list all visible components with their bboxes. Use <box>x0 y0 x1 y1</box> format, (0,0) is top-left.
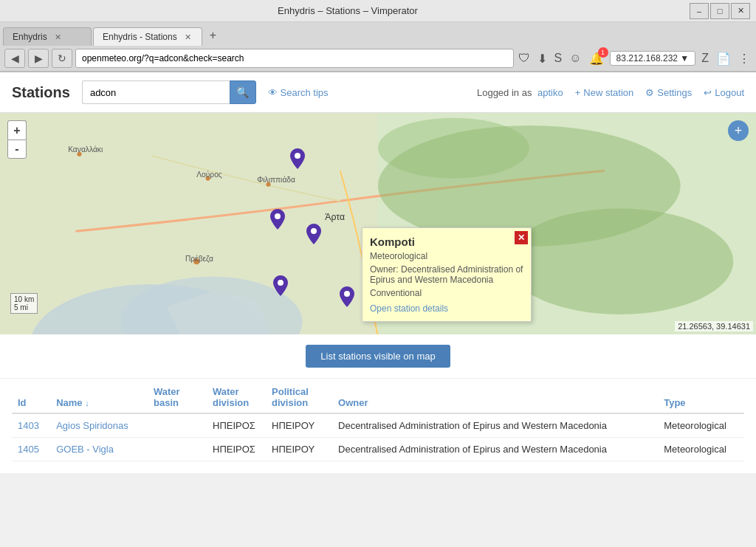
search-tips-label: Search tips <box>281 87 329 98</box>
search-tips-link[interactable]: 👁 Search tips <box>268 87 329 98</box>
cell-name[interactable]: GOEB - Vigla <box>50 438 148 461</box>
settings-icon: ⚙ <box>645 87 654 98</box>
list-btn-container: List stations visible on map <box>0 334 756 379</box>
search-box: 🔍 <box>82 80 256 104</box>
col-owner[interactable]: Owner <box>332 379 658 413</box>
tab-stations[interactable]: Enhydris - Stations ✕ <box>93 27 202 46</box>
cell-id[interactable]: 1403 <box>12 413 50 438</box>
cell-political-division: ΗΠΕΙΡΟΥ <box>266 438 332 461</box>
logged-in-text: Logged in as aptiko <box>477 87 563 98</box>
tab-label: Enhydris <box>13 32 47 42</box>
svg-rect-4 <box>0 113 378 334</box>
table-header: Id Name ↓ Waterbasin Waterdivision Polit… <box>12 379 744 413</box>
popup-owner: Owner: Decentralised Administration of E… <box>370 264 523 285</box>
svg-text:Φιλιππιάδα: Φιλιππιάδα <box>257 176 295 184</box>
window-controls: – □ ✕ <box>690 3 750 19</box>
cell-water-basin <box>148 413 207 438</box>
ip-address: 83.212.168.232 <box>616 53 678 63</box>
svg-text:Πρέβεζα: Πρέβεζα <box>185 255 213 264</box>
logout-label: Logout <box>715 87 744 98</box>
cell-name[interactable]: Agios Spiridonas <box>50 413 148 438</box>
settings-label: Settings <box>657 87 692 98</box>
ip-display[interactable]: 83.212.168.232 ▼ <box>610 51 696 66</box>
nav-bar: ◀ ▶ ↻ 🛡 ⬇ S ☺ 🔔1 83.212.168.232 ▼ Z 📄 ⋮ <box>0 46 756 72</box>
popup-close-button[interactable]: ✕ <box>515 231 528 244</box>
zoom-in-button[interactable]: + <box>7 120 27 140</box>
search-input[interactable] <box>82 80 230 104</box>
cell-owner: Decentralised Administration of Epirus a… <box>332 413 658 438</box>
cell-water-basin <box>148 438 207 461</box>
title-bar: Enhydris – Stations – Vimperator – □ ✕ <box>0 0 756 22</box>
zoom-out-button[interactable]: - <box>7 140 27 159</box>
stations-table: Id Name ↓ Waterbasin Waterdivision Polit… <box>12 379 744 461</box>
settings-button[interactable]: ⚙ Settings <box>645 87 692 98</box>
popup-conventional: Conventional <box>370 288 523 298</box>
sync-icon[interactable]: S <box>553 50 564 66</box>
logout-button[interactable]: ↩ Logout <box>704 87 744 98</box>
map-container[interactable]: Καναλλάκι Λούρος Φιλιππιάδα Άρτα Πρέβεζα… <box>0 113 756 334</box>
logout-icon: ↩ <box>704 87 712 98</box>
nav-icons: 🛡 ⬇ S ☺ 🔔1 83.212.168.232 ▼ Z 📄 ⋮ <box>517 50 752 67</box>
scale-bar: 10 km 5 mi <box>10 293 38 314</box>
svg-text:Καναλλάκι: Καναλλάκι <box>68 145 103 154</box>
app-toolbar: Stations 🔍 👁 Search tips Logged in as ap… <box>0 72 756 113</box>
popup-open-details-link[interactable]: Open station details <box>370 303 448 314</box>
tab-label-active: Enhydris - Stations <box>103 32 177 42</box>
notification-icon[interactable]: 🔔1 <box>588 50 605 67</box>
map-coordinates: 21.26563, 39.14631 <box>675 321 753 331</box>
close-button[interactable]: ✕ <box>731 3 750 19</box>
table-row: 1403 Agios Spiridonas ΗΠΕΙΡΟΣ ΗΠΕΙΡΟΥ De… <box>12 413 744 438</box>
scale-mi: 5 mi <box>14 303 34 312</box>
forward-button[interactable]: ▶ <box>28 49 49 68</box>
logged-in-label: Logged in as <box>477 87 532 98</box>
cell-id[interactable]: 1405 <box>12 438 50 461</box>
tab-close-2[interactable]: ✕ <box>183 32 193 42</box>
back-button[interactable]: ◀ <box>4 49 25 68</box>
search-icon: 🔍 <box>236 86 249 98</box>
list-stations-button[interactable]: List stations visible on map <box>306 345 450 368</box>
zotero-icon: Z <box>700 50 710 66</box>
page-icon: 📄 <box>715 50 732 67</box>
col-water-division[interactable]: Waterdivision <box>207 379 266 413</box>
svg-point-7 <box>378 118 529 179</box>
username-link[interactable]: aptiko <box>537 87 563 98</box>
app-title: Stations <box>12 84 70 101</box>
col-political-division[interactable]: Politicaldivision <box>266 379 332 413</box>
new-station-label: New station <box>583 87 633 98</box>
map-zoom-controls: + - <box>7 120 27 159</box>
svg-point-6 <box>506 209 733 314</box>
maximize-button[interactable]: □ <box>710 3 729 19</box>
table-container: Id Name ↓ Waterbasin Waterdivision Polit… <box>0 379 756 473</box>
shield-icon: 🛡 <box>517 50 532 66</box>
col-id[interactable]: Id <box>12 379 50 413</box>
tab-close-1[interactable]: ✕ <box>53 32 63 42</box>
col-name[interactable]: Name ↓ <box>50 379 148 413</box>
map-expand-button[interactable]: + <box>728 120 749 141</box>
svg-text:Άρτα: Άρτα <box>325 212 345 222</box>
cell-water-division: ΗΠΕΙΡΟΣ <box>207 413 266 438</box>
col-water-basin[interactable]: Waterbasin <box>148 379 207 413</box>
search-tips-eye-icon: 👁 <box>268 87 281 98</box>
popup-title: Kompoti <box>370 235 523 248</box>
more-icon[interactable]: ⋮ <box>737 50 752 67</box>
minimize-button[interactable]: – <box>690 3 709 19</box>
address-bar[interactable] <box>75 49 514 68</box>
svg-text:Λούρος: Λούρος <box>196 171 222 179</box>
emoji-icon: ☺ <box>568 50 583 66</box>
col-type[interactable]: Type <box>658 379 744 413</box>
table-body: 1403 Agios Spiridonas ΗΠΕΙΡΟΣ ΗΠΕΙΡΟΥ De… <box>12 413 744 461</box>
scale-km: 10 km <box>14 295 34 303</box>
cell-political-division: ΗΠΕΙΡΟΥ <box>266 413 332 438</box>
ip-arrow: ▼ <box>680 53 689 63</box>
download-icon[interactable]: ⬇ <box>536 50 549 67</box>
new-tab-button[interactable]: + <box>204 25 222 46</box>
tab-enhydris[interactable]: Enhydris ✕ <box>3 27 92 46</box>
new-station-plus-icon: + <box>575 87 581 98</box>
reload-button[interactable]: ↻ <box>52 49 72 68</box>
new-station-button[interactable]: + New station <box>575 87 634 98</box>
tab-bar: Enhydris ✕ Enhydris - Stations ✕ + <box>0 22 756 46</box>
table-row: 1405 GOEB - Vigla ΗΠΕΙΡΟΣ ΗΠΕΙΡΟΥ Decent… <box>12 438 744 461</box>
cell-water-division: ΗΠΕΙΡΟΣ <box>207 438 266 461</box>
map-popup: ✕ Kompoti Meteorological Owner: Decentra… <box>362 227 532 322</box>
search-button[interactable]: 🔍 <box>230 80 256 104</box>
